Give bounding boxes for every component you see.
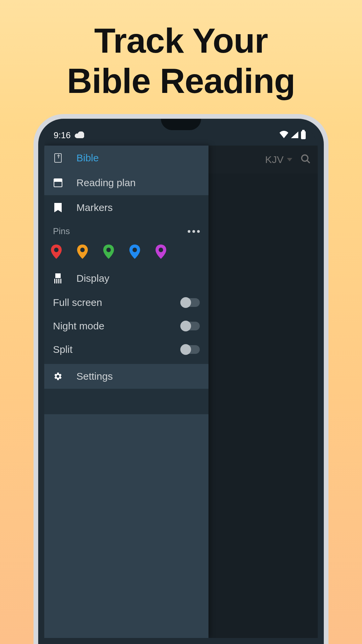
pins-label: Pins (53, 226, 70, 236)
brush-icon (53, 273, 63, 283)
chevron-down-icon (287, 158, 292, 161)
phone-mockup: 9:16 (34, 114, 328, 644)
toggle-full-screen[interactable]: Full screen (44, 291, 208, 314)
wifi-icon (280, 130, 288, 141)
switch-off[interactable] (180, 345, 200, 354)
pin-orange[interactable] (77, 245, 88, 259)
drawer-filler (44, 414, 208, 638)
svg-point-6 (159, 248, 163, 252)
toggle-night-mode[interactable]: Night mode (44, 314, 208, 338)
svg-point-0 (302, 155, 308, 161)
pin-blue[interactable] (129, 245, 140, 259)
cloud-icon (75, 130, 84, 141)
svg-point-2 (54, 248, 58, 252)
pin-red[interactable] (51, 245, 62, 259)
bible-icon (53, 153, 63, 163)
pin-green[interactable] (103, 245, 114, 259)
svg-point-4 (106, 248, 111, 252)
marketing-headline: Track Your Bible Reading (0, 0, 362, 101)
toggle-split[interactable]: Split (44, 338, 208, 361)
search-icon[interactable] (300, 154, 311, 166)
nav-item-settings[interactable]: Settings (44, 364, 208, 389)
nav-item-reading-plan[interactable]: Reading plan (44, 170, 208, 195)
battery-icon (301, 131, 306, 139)
signal-icon (291, 130, 298, 141)
bookmark-icon (53, 203, 63, 213)
status-time: 9:16 (54, 130, 71, 141)
nav-item-markers[interactable]: Markers (44, 195, 208, 220)
more-icon[interactable] (188, 230, 200, 233)
navigation-drawer: Bible Reading plan Markers Pins (44, 146, 208, 638)
switch-off[interactable] (180, 322, 200, 330)
pin-purple[interactable] (156, 245, 166, 259)
svg-point-3 (80, 248, 84, 252)
gear-icon (53, 371, 63, 381)
svg-point-5 (132, 248, 137, 252)
pins-row (44, 240, 208, 266)
svg-line-1 (307, 160, 310, 163)
switch-off[interactable] (180, 298, 200, 307)
calendar-icon (53, 178, 63, 188)
nav-item-display[interactable]: Display (44, 266, 208, 291)
version-dropdown[interactable]: KJV (265, 154, 292, 165)
phone-notch (161, 119, 201, 130)
nav-item-bible[interactable]: Bible (44, 146, 208, 170)
